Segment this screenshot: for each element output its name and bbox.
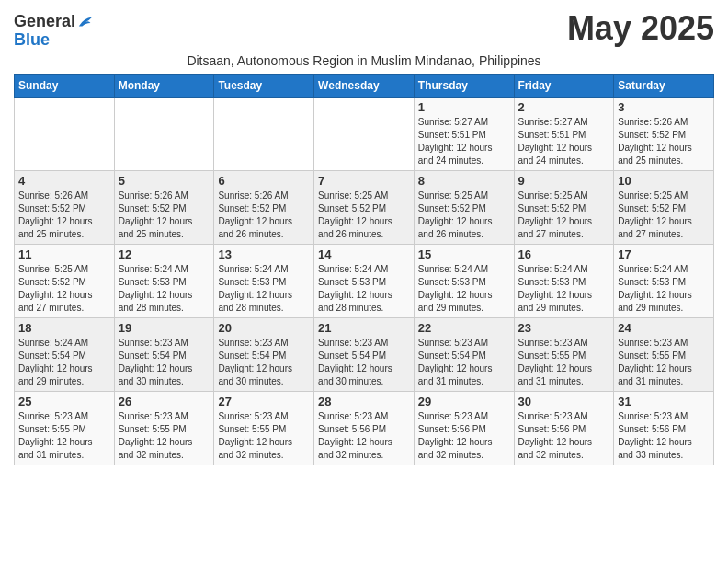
day-number: 13 [218, 247, 310, 261]
day-info: Sunrise: 5:23 AM Sunset: 5:56 PM Dayligh… [318, 410, 410, 462]
calendar-cell [15, 97, 115, 170]
day-number: 9 [518, 174, 610, 188]
week-row-3: 11Sunrise: 5:25 AM Sunset: 5:52 PM Dayli… [15, 244, 714, 317]
day-header-sunday: Sunday [15, 74, 115, 97]
logo: General Blue [14, 13, 94, 50]
day-info: Sunrise: 5:23 AM Sunset: 5:56 PM Dayligh… [418, 410, 510, 462]
day-number: 15 [418, 247, 510, 261]
calendar-cell: 11Sunrise: 5:25 AM Sunset: 5:52 PM Dayli… [15, 244, 115, 317]
day-number: 1 [418, 100, 510, 114]
day-info: Sunrise: 5:25 AM Sunset: 5:52 PM Dayligh… [418, 190, 510, 241]
day-number: 18 [18, 321, 110, 335]
calendar-cell [214, 97, 314, 170]
week-row-2: 4Sunrise: 5:26 AM Sunset: 5:52 PM Daylig… [15, 170, 714, 244]
day-number: 4 [18, 174, 110, 188]
day-info: Sunrise: 5:23 AM Sunset: 5:56 PM Dayligh… [518, 410, 610, 462]
day-number: 16 [518, 247, 610, 261]
calendar-cell: 2Sunrise: 5:27 AM Sunset: 5:51 PM Daylig… [514, 97, 614, 170]
day-info: Sunrise: 5:27 AM Sunset: 5:51 PM Dayligh… [418, 116, 510, 167]
week-row-1: 1Sunrise: 5:27 AM Sunset: 5:51 PM Daylig… [15, 97, 714, 170]
calendar-table: SundayMondayTuesdayWednesdayThursdayFrid… [14, 74, 714, 465]
week-row-4: 18Sunrise: 5:24 AM Sunset: 5:54 PM Dayli… [15, 317, 714, 391]
day-header-thursday: Thursday [414, 74, 514, 97]
calendar-cell: 13Sunrise: 5:24 AM Sunset: 5:53 PM Dayli… [214, 244, 314, 317]
calendar-cell: 12Sunrise: 5:24 AM Sunset: 5:53 PM Dayli… [114, 244, 214, 317]
day-info: Sunrise: 5:24 AM Sunset: 5:53 PM Dayligh… [518, 263, 610, 315]
day-info: Sunrise: 5:23 AM Sunset: 5:55 PM Dayligh… [218, 410, 310, 462]
logo-bird-icon [77, 16, 94, 29]
day-header-wednesday: Wednesday [314, 74, 415, 97]
day-info: Sunrise: 5:24 AM Sunset: 5:53 PM Dayligh… [119, 263, 210, 315]
calendar-cell: 23Sunrise: 5:23 AM Sunset: 5:55 PM Dayli… [514, 317, 614, 391]
day-number: 2 [518, 100, 610, 114]
day-info: Sunrise: 5:25 AM Sunset: 5:52 PM Dayligh… [518, 190, 610, 241]
calendar-cell: 30Sunrise: 5:23 AM Sunset: 5:56 PM Dayli… [514, 391, 614, 465]
day-number: 30 [518, 395, 610, 408]
day-number: 28 [318, 395, 410, 408]
day-info: Sunrise: 5:24 AM Sunset: 5:53 PM Dayligh… [218, 263, 310, 315]
day-number: 23 [518, 321, 610, 335]
calendar-cell: 31Sunrise: 5:23 AM Sunset: 5:56 PM Dayli… [614, 391, 714, 465]
calendar-cell: 24Sunrise: 5:23 AM Sunset: 5:55 PM Dayli… [614, 317, 714, 391]
day-header-tuesday: Tuesday [214, 74, 314, 97]
day-number: 25 [18, 395, 110, 408]
calendar-cell: 4Sunrise: 5:26 AM Sunset: 5:52 PM Daylig… [15, 170, 115, 244]
day-info: Sunrise: 5:25 AM Sunset: 5:52 PM Dayligh… [318, 190, 410, 241]
calendar-cell: 5Sunrise: 5:26 AM Sunset: 5:52 PM Daylig… [114, 170, 214, 244]
day-info: Sunrise: 5:23 AM Sunset: 5:55 PM Dayligh… [618, 337, 710, 388]
day-info: Sunrise: 5:23 AM Sunset: 5:55 PM Dayligh… [119, 410, 210, 462]
calendar-cell: 6Sunrise: 5:26 AM Sunset: 5:52 PM Daylig… [214, 170, 314, 244]
day-header-monday: Monday [114, 74, 214, 97]
day-number: 26 [119, 395, 210, 408]
calendar-cell: 26Sunrise: 5:23 AM Sunset: 5:55 PM Dayli… [114, 391, 214, 465]
day-number: 12 [119, 247, 210, 261]
day-info: Sunrise: 5:23 AM Sunset: 5:54 PM Dayligh… [119, 337, 210, 388]
day-info: Sunrise: 5:23 AM Sunset: 5:54 PM Dayligh… [418, 337, 510, 388]
calendar-cell [314, 97, 415, 170]
day-number: 22 [418, 321, 510, 335]
calendar-cell: 20Sunrise: 5:23 AM Sunset: 5:54 PM Dayli… [214, 317, 314, 391]
month-title: May 2025 [567, 9, 714, 48]
day-number: 14 [318, 247, 410, 261]
week-row-5: 25Sunrise: 5:23 AM Sunset: 5:55 PM Dayli… [15, 391, 714, 465]
calendar-cell: 15Sunrise: 5:24 AM Sunset: 5:53 PM Dayli… [414, 244, 514, 317]
day-info: Sunrise: 5:23 AM Sunset: 5:54 PM Dayligh… [318, 337, 410, 388]
day-info: Sunrise: 5:26 AM Sunset: 5:52 PM Dayligh… [119, 190, 210, 241]
calendar-cell: 27Sunrise: 5:23 AM Sunset: 5:55 PM Dayli… [214, 391, 314, 465]
day-header-friday: Friday [514, 74, 614, 97]
subtitle: Ditsaan, Autonomous Region in Muslim Min… [14, 53, 714, 68]
calendar-cell: 25Sunrise: 5:23 AM Sunset: 5:55 PM Dayli… [15, 391, 115, 465]
day-number: 3 [618, 100, 710, 114]
day-info: Sunrise: 5:25 AM Sunset: 5:52 PM Dayligh… [18, 263, 110, 315]
logo-blue: Blue [14, 31, 50, 50]
day-number: 11 [18, 247, 110, 261]
header: General Blue May 2025 [14, 9, 714, 50]
calendar-cell: 16Sunrise: 5:24 AM Sunset: 5:53 PM Dayli… [514, 244, 614, 317]
day-info: Sunrise: 5:23 AM Sunset: 5:55 PM Dayligh… [18, 410, 110, 462]
day-number: 10 [618, 174, 710, 188]
day-number: 20 [218, 321, 310, 335]
day-number: 8 [418, 174, 510, 188]
calendar-cell: 21Sunrise: 5:23 AM Sunset: 5:54 PM Dayli… [314, 317, 415, 391]
calendar-cell [114, 97, 214, 170]
calendar-cell: 28Sunrise: 5:23 AM Sunset: 5:56 PM Dayli… [314, 391, 415, 465]
day-info: Sunrise: 5:27 AM Sunset: 5:51 PM Dayligh… [518, 116, 610, 167]
logo-general: General [14, 13, 75, 31]
calendar-cell: 10Sunrise: 5:25 AM Sunset: 5:52 PM Dayli… [614, 170, 714, 244]
day-number: 24 [618, 321, 710, 335]
day-number: 5 [119, 174, 210, 188]
day-info: Sunrise: 5:23 AM Sunset: 5:56 PM Dayligh… [618, 410, 710, 462]
calendar-cell: 7Sunrise: 5:25 AM Sunset: 5:52 PM Daylig… [314, 170, 415, 244]
calendar-cell: 29Sunrise: 5:23 AM Sunset: 5:56 PM Dayli… [414, 391, 514, 465]
day-number: 29 [418, 395, 510, 408]
calendar-cell: 18Sunrise: 5:24 AM Sunset: 5:54 PM Dayli… [15, 317, 115, 391]
calendar-cell: 22Sunrise: 5:23 AM Sunset: 5:54 PM Dayli… [414, 317, 514, 391]
day-header-row: SundayMondayTuesdayWednesdayThursdayFrid… [15, 74, 714, 97]
calendar-cell: 1Sunrise: 5:27 AM Sunset: 5:51 PM Daylig… [414, 97, 514, 170]
day-info: Sunrise: 5:26 AM Sunset: 5:52 PM Dayligh… [18, 190, 110, 241]
day-info: Sunrise: 5:24 AM Sunset: 5:54 PM Dayligh… [18, 337, 110, 388]
day-info: Sunrise: 5:24 AM Sunset: 5:53 PM Dayligh… [618, 263, 710, 315]
calendar-cell: 9Sunrise: 5:25 AM Sunset: 5:52 PM Daylig… [514, 170, 614, 244]
day-info: Sunrise: 5:23 AM Sunset: 5:54 PM Dayligh… [218, 337, 310, 388]
day-header-saturday: Saturday [614, 74, 714, 97]
